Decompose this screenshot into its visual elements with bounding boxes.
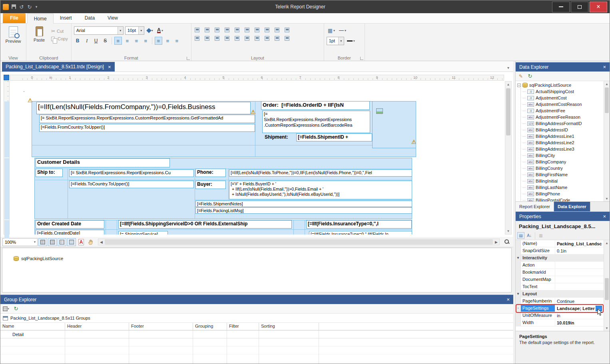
layout-tool-icon[interactable]	[274, 35, 280, 41]
align-right-button[interactable]: ≡	[133, 37, 140, 45]
property-value[interactable]: Packing_List_Landsca	[555, 240, 604, 247]
align-justify-button[interactable]: ≡	[142, 37, 150, 45]
report-textbox[interactable]: [=IIf(Len(IsNull(Fields.FromCompany,''))…	[36, 102, 251, 114]
snap-to-grid-button[interactable]	[48, 238, 57, 246]
report-textbox[interactable]: Order: [=Fields.OrderID + IIF(IsN	[261, 101, 370, 110]
font-family-dropdown-icon[interactable]: ▾	[118, 27, 123, 34]
tree-field[interactable]: abcBillingCountry	[523, 165, 603, 171]
border-style-button[interactable]: ▦ ▾	[327, 26, 336, 34]
scroll-up-icon[interactable]: ▲	[604, 81, 610, 87]
group-row[interactable]: Detail	[0, 330, 513, 338]
ribbon-tab-file[interactable]: File	[3, 13, 26, 23]
font-color-button[interactable]: A ▾	[156, 26, 164, 34]
property-row-unitofmeasure[interactable]: UnitOfMeasurein	[516, 312, 604, 319]
report-textbox[interactable]: [=Fields.ShipmentID +	[296, 133, 372, 141]
column-header-filter[interactable]: Filter	[227, 323, 259, 330]
report-textbox[interactable]: [= SixBit.ReportExpressions.ReportExpres…	[69, 169, 194, 177]
report-textbox[interactable]: [= SixBit.ReportExpressions.ReportExpres…	[262, 111, 370, 133]
property-value[interactable]: Landscape; Letter...	[555, 305, 604, 312]
border-width-select[interactable]: 1pt ▾	[327, 37, 344, 45]
report-textbox[interactable]: [= SixBit.ReportExpressions.ReportExpres…	[39, 115, 255, 123]
tree-field[interactable]: abcBillingAddressLine1	[523, 133, 603, 139]
cut-button[interactable]: ✂ Cut	[51, 28, 68, 34]
collapse-icon[interactable]: −	[517, 84, 521, 87]
tree-field[interactable]: .0ActualShippingCost	[523, 88, 603, 95]
tree-field[interactable]: abcAdjustmentFeeReason	[523, 114, 603, 120]
select-report-button[interactable]	[4, 75, 9, 80]
valign-bottom-button[interactable]: ≡	[173, 37, 181, 45]
property-row-action[interactable]: Action	[516, 262, 604, 269]
close-icon[interactable]: ×	[603, 213, 606, 219]
valign-middle-button[interactable]: ≡	[164, 37, 171, 45]
format-dialog-launcher-icon[interactable]	[187, 57, 190, 60]
scroll-thumb[interactable]	[605, 278, 609, 300]
line-color-button[interactable]: ▾	[346, 37, 356, 45]
paste-button[interactable]: Paste	[29, 25, 50, 54]
layout-tool-icon[interactable]	[264, 27, 270, 33]
column-header-grouping[interactable]: Grouping	[193, 323, 227, 330]
category-collapse-icon[interactable]: ▾	[516, 290, 521, 297]
border-width-dropdown-icon[interactable]: ▾	[338, 37, 344, 45]
tree-field[interactable]: abcBillingLastName	[523, 184, 603, 191]
redo-icon[interactable]: ↻	[26, 4, 33, 10]
property-row-name[interactable]: (Name)Packing_List_Landsca	[516, 240, 604, 247]
layout-tool-icon[interactable]	[284, 35, 290, 41]
tree-field[interactable]: abcBillingPhone	[523, 191, 603, 197]
font-family-select[interactable]: Arial ▾	[74, 26, 124, 35]
align-center-button[interactable]: ≡	[124, 37, 131, 45]
report-textbox[interactable]: [=IIf(Len(IsNull(Fields.ToPhone,''))=0,I…	[229, 169, 412, 177]
report-textbox[interactable]: Customer Details	[36, 158, 170, 167]
design-horizontal-scrollbar[interactable]: ◀ ▶	[98, 239, 500, 245]
property-row-snapgridsize[interactable]: SnapGridSize0.1in	[516, 247, 604, 255]
report-textbox[interactable]: Order Created Date	[36, 220, 104, 229]
column-header-name[interactable]: Name	[0, 323, 65, 330]
report-textbox[interactable]: [=Fields.ToCountry.ToUpper()]	[69, 181, 194, 188]
scroll-down-icon[interactable]: ▼	[505, 228, 511, 234]
layout-tool-icon[interactable]	[194, 27, 200, 33]
bold-button[interactable]: B	[74, 37, 82, 45]
tab-data-explorer[interactable]: Data Explorer	[554, 202, 590, 211]
refresh-button[interactable]: ↻	[12, 305, 20, 312]
column-header-sorting[interactable]: Sorting	[259, 323, 319, 330]
ribbon-tab-view[interactable]: View	[101, 13, 124, 23]
tree-field[interactable]: 123BillingAddressFormatID	[523, 120, 603, 127]
tree-field[interactable]: abcBillingAddressLine3	[523, 146, 603, 152]
font-size-select[interactable]: 10pt ▾	[125, 26, 144, 35]
scroll-thumb[interactable]	[605, 88, 609, 113]
property-grid-scrollbar[interactable]: ▲ ▼	[604, 240, 610, 331]
property-category-layout[interactable]: ▾Layout	[516, 290, 604, 298]
tree-root-datasource[interactable]: − sqlPackingListSource	[517, 82, 603, 88]
group-view-button[interactable]: ▾	[2, 305, 10, 312]
property-value[interactable]	[555, 283, 604, 290]
tree-field[interactable]: abcBillingFirstName	[523, 171, 603, 178]
edit-datasource-button[interactable]: ✎	[517, 73, 524, 80]
close-button[interactable]: ×	[590, 2, 607, 12]
tree-field[interactable]: abcBillingCity	[523, 152, 603, 159]
report-canvas[interactable]: [=IIf(Len(IsNull(Fields.FromCompany,''))…	[10, 81, 505, 235]
underline-button[interactable]: U	[92, 37, 100, 45]
tree-field[interactable]: abcBillingInitial	[523, 178, 603, 184]
report-textbox[interactable]: Shipment:	[263, 134, 295, 141]
layout-tool-icon[interactable]	[194, 35, 200, 41]
show-rulers-button[interactable]	[58, 238, 66, 246]
copy-button[interactable]: Copy	[51, 36, 68, 41]
report-textbox[interactable]: [=Fields.PackingListMsg]	[195, 207, 412, 214]
font-size-dropdown-icon[interactable]: ▾	[138, 27, 144, 34]
report-textbox[interactable]: [=Fields.FromCountry.ToUpper()]	[39, 124, 255, 132]
scroll-thumb[interactable]	[105, 239, 493, 245]
tree-field[interactable]: abcBillingAddressLine2	[523, 139, 603, 146]
pan-button[interactable]	[86, 238, 95, 246]
layout-tool-icon[interactable]	[244, 35, 250, 41]
property-value[interactable]	[555, 276, 604, 283]
property-value[interactable]: in	[555, 312, 604, 319]
snap-to-snaplines-button[interactable]	[67, 238, 76, 246]
scroll-thumb[interactable]	[506, 88, 510, 135]
save-icon[interactable]	[10, 4, 17, 10]
barcode-image-placeholder[interactable]	[372, 101, 416, 148]
column-header-footer[interactable]: Footer	[129, 323, 193, 330]
layout-tool-icon[interactable]	[224, 35, 230, 41]
ribbon-tab-data[interactable]: Data	[78, 13, 101, 23]
property-row-toctext[interactable]: TocText	[516, 283, 604, 290]
close-icon[interactable]: ×	[506, 296, 510, 302]
layout-tool-icon[interactable]	[234, 35, 240, 41]
